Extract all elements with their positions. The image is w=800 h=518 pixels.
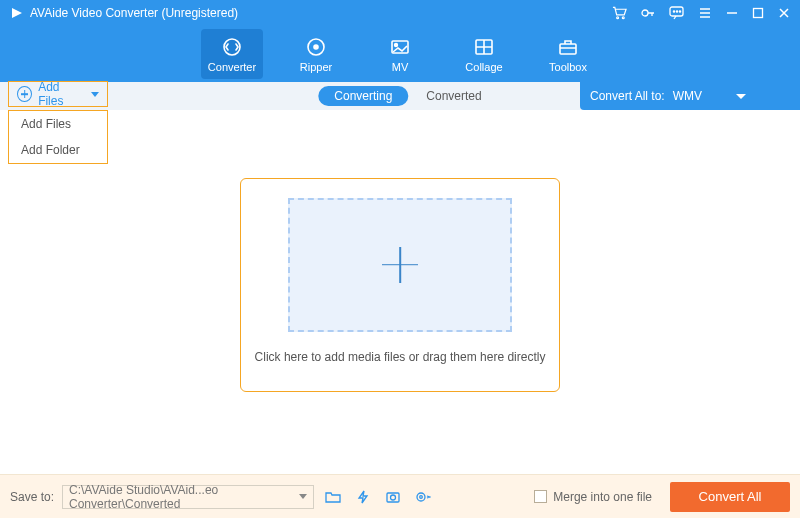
checkbox-box [534, 490, 547, 503]
svg-point-3 [642, 10, 648, 16]
save-path-select[interactable]: C:\AVAide Studio\AVAid...eo Converter\Co… [62, 485, 314, 509]
tab-converting[interactable]: Converting [318, 86, 408, 106]
svg-rect-15 [560, 44, 576, 54]
add-files-button[interactable]: Add Files [8, 81, 108, 107]
svg-rect-8 [754, 9, 763, 18]
svg-point-5 [673, 11, 674, 12]
menu-icon[interactable] [698, 6, 712, 20]
close-icon[interactable] [778, 7, 790, 19]
converter-icon [221, 36, 243, 58]
merge-checkbox[interactable]: Merge into one file [534, 490, 652, 504]
minimize-icon[interactable] [726, 7, 738, 19]
save-to-label: Save to: [10, 490, 54, 504]
save-path-value: C:\AVAide Studio\AVAid...eo Converter\Co… [69, 483, 299, 511]
nav-label: Converter [208, 61, 256, 73]
svg-point-18 [417, 493, 425, 501]
subbar: Add Files Converting Converted Convert A… [0, 82, 800, 110]
plus-circle-icon [17, 86, 32, 102]
convert-all-to-label: Convert All to: [590, 89, 665, 103]
convert-all-to[interactable]: Convert All to: WMV [580, 82, 800, 110]
svg-point-6 [676, 11, 677, 12]
hardware-accel-button[interactable] [352, 486, 374, 508]
cart-icon[interactable] [612, 6, 627, 20]
nav-converter[interactable]: Converter [201, 29, 263, 79]
feedback-icon[interactable] [669, 6, 684, 20]
merge-label: Merge into one file [553, 490, 652, 504]
svg-point-19 [420, 495, 423, 498]
svg-point-13 [395, 43, 398, 46]
nav-collage[interactable]: Collage [453, 29, 515, 79]
svg-point-11 [314, 45, 318, 49]
chevron-down-icon [736, 94, 746, 99]
collage-icon [473, 36, 495, 58]
nav-toolbox[interactable]: Toolbox [537, 29, 599, 79]
svg-point-17 [391, 495, 396, 500]
footer: Save to: C:\AVAide Studio\AVAid...eo Con… [0, 474, 800, 518]
output-format-value: WMV [673, 89, 702, 103]
plus-icon [382, 247, 418, 283]
svg-point-7 [679, 11, 680, 12]
toolbox-icon [557, 36, 579, 58]
titlebar: AVAide Video Converter (Unregistered) [0, 0, 800, 26]
chevron-down-icon [299, 494, 307, 499]
convert-all-button[interactable]: Convert All [670, 482, 790, 512]
ripper-icon [305, 36, 327, 58]
chevron-down-icon [91, 92, 99, 97]
tab-converted[interactable]: Converted [426, 89, 481, 103]
high-speed-button[interactable] [382, 486, 404, 508]
add-files-label: Add Files [38, 80, 85, 108]
menu-add-folder[interactable]: Add Folder [9, 137, 107, 163]
drop-caption: Click here to add media files or drag th… [255, 350, 546, 364]
key-icon[interactable] [641, 6, 655, 20]
mv-icon [389, 36, 411, 58]
output-format-select[interactable]: WMV [673, 89, 746, 103]
convert-all-label: Convert All [699, 489, 762, 504]
nav-mv[interactable]: MV [369, 29, 431, 79]
add-files-dropdown: Add Files Add Folder [8, 110, 108, 164]
svg-point-2 [622, 17, 624, 19]
main-area: Click here to add media files or drag th… [0, 110, 800, 474]
maximize-icon[interactable] [752, 7, 764, 19]
nav-ripper[interactable]: Ripper [285, 29, 347, 79]
app-title: AVAide Video Converter (Unregistered) [30, 6, 238, 20]
drop-zone[interactable] [288, 198, 512, 332]
open-folder-button[interactable] [322, 486, 344, 508]
nav-label: MV [392, 61, 409, 73]
svg-point-1 [617, 17, 619, 19]
nav-label: Toolbox [549, 61, 587, 73]
navbar: Converter Ripper MV Collage Toolbox [0, 26, 800, 82]
nav-label: Collage [465, 61, 502, 73]
drop-card: Click here to add media files or drag th… [240, 178, 560, 392]
svg-marker-0 [12, 8, 22, 18]
menu-add-files[interactable]: Add Files [9, 111, 107, 137]
view-tabs: Converting Converted [318, 86, 481, 106]
nav-label: Ripper [300, 61, 332, 73]
app-logo-icon [10, 6, 24, 20]
settings-button[interactable] [412, 486, 434, 508]
